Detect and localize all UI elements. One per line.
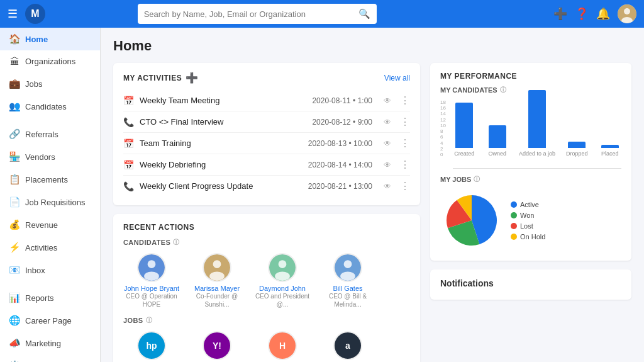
activity-name[interactable]: Weekly Client Progress Update — [140, 181, 302, 191]
search-input[interactable] — [144, 9, 358, 19]
add-icon[interactable]: ➕ — [553, 7, 567, 21]
activities-card: MY ACTIVITIES ➕ View all 📅 Weekly Team M… — [113, 63, 420, 205]
performance-title: MY PERFORMANCE — [440, 72, 621, 81]
sidebar-item-placements[interactable]: 📋 Placements — [0, 168, 100, 191]
eye-icon[interactable]: 👁 — [384, 182, 391, 191]
bar — [568, 142, 586, 148]
candidate-item[interactable]: John Hope Bryant CEO @ Operation HOPE — [123, 253, 180, 308]
y-axis-label: 0 — [440, 152, 446, 157]
view-all-link[interactable]: View all — [384, 74, 410, 82]
activity-type-icon: 📞 — [123, 117, 133, 127]
more-options-icon[interactable]: ⋮ — [400, 137, 410, 149]
candidates-info-icon: ⓘ — [173, 238, 179, 247]
sidebar-label-inbox: Inbox — [25, 266, 45, 275]
activity-name[interactable]: CTO <> Final Interview — [140, 117, 306, 127]
sidebar-item-vendors[interactable]: 🏪 Vendors — [0, 145, 100, 168]
eye-icon[interactable]: 👁 — [384, 161, 391, 169]
more-options-icon[interactable]: ⋮ — [400, 94, 410, 106]
sidebar-item-reports[interactable]: 📊 Reports — [0, 286, 100, 309]
eye-icon[interactable]: 👁 — [384, 118, 391, 127]
bar-group: Dropped — [565, 142, 588, 157]
svg-point-14 — [340, 271, 355, 281]
jobs-info-icon: ⓘ — [146, 316, 152, 325]
activity-name[interactable]: Weekly Team Meeting — [140, 96, 306, 105]
sidebar-item-home[interactable]: 🏠 Home — [0, 28, 100, 50]
activity-type-icon: 📅 — [123, 139, 133, 149]
sidebar-item-settings[interactable]: ⚙️ Settings — [0, 354, 100, 362]
legend-dot — [511, 234, 517, 240]
jobs-subsection: JOBS ⓘ — [123, 316, 410, 325]
svg-point-13 — [344, 260, 352, 268]
activity-name[interactable]: Team Training — [140, 139, 302, 148]
activities-icon: ⚡ — [9, 242, 20, 253]
sidebar-item-jobs[interactable]: 💼 Jobs — [0, 72, 100, 95]
candidates-subsection: CANDIDATES ⓘ — [123, 238, 410, 247]
bar-label: Added to a job — [519, 150, 555, 157]
sidebar-item-career-page[interactable]: 🌐 Career Page — [0, 309, 100, 332]
job-logo: hp — [137, 331, 166, 360]
y-axis-label: 8 — [440, 128, 446, 134]
candidate-avatar — [203, 253, 231, 282]
activity-date: 2020-08-13 • 10:00 — [308, 139, 372, 148]
more-options-icon[interactable]: ⋮ — [400, 180, 410, 192]
activities-title: MY ACTIVITIES ➕ — [123, 72, 199, 84]
activity-list: 📅 Weekly Team Meeting 2020-08-11 • 1:00 … — [123, 90, 410, 196]
y-axis-label: 4 — [440, 140, 446, 146]
sidebar-label-placements: Placements — [25, 175, 68, 184]
activity-row: 📅 Team Training 2020-08-13 • 10:00 👁 ⋮ — [123, 133, 410, 154]
eye-icon[interactable]: 👁 — [384, 139, 391, 148]
inbox-icon: 📧 — [9, 264, 20, 276]
activity-name[interactable]: Weekly Debriefing — [140, 160, 302, 169]
sidebar-label-referrals: Referrals — [25, 130, 58, 139]
sidebar-item-candidates[interactable]: 👥 Candidates — [0, 95, 100, 118]
sidebar-item-job-requisitions[interactable]: 📄 Job Requisitions — [0, 191, 100, 213]
sidebar-label-vendors: Vendors — [25, 152, 55, 162]
candidate-sub: CEO and President @... — [254, 292, 311, 308]
legend-item: Won — [511, 212, 545, 219]
notifications-card: Notifications — [430, 269, 631, 300]
referrals-icon: 🔗 — [9, 128, 20, 140]
more-options-icon[interactable]: ⋮ — [400, 116, 410, 128]
job-item[interactable]: H Chief Executive O... Hubspot — [254, 331, 311, 362]
job-item[interactable]: a Animator Amazon — [319, 331, 376, 362]
activity-type-icon: 📅 — [123, 160, 133, 170]
sidebar-label-candidates: Candidates — [25, 102, 67, 111]
bar — [528, 90, 546, 148]
activity-date: 2020-08-12 • 9:00 — [312, 118, 372, 127]
sidebar-item-marketing[interactable]: 📣 Marketing — [0, 332, 100, 354]
bar-group: Added to a job — [519, 90, 555, 157]
more-options-icon[interactable]: ⋮ — [400, 159, 410, 171]
career-icon: 🌐 — [9, 315, 20, 326]
activity-row: 📞 CTO <> Final Interview 2020-08-12 • 9:… — [123, 111, 410, 133]
my-jobs-label: MY JOBS ⓘ — [440, 175, 621, 184]
sidebar-item-referrals[interactable]: 🔗 Referrals — [0, 123, 100, 145]
sidebar-item-inbox[interactable]: 📧 Inbox — [0, 259, 100, 281]
hamburger-icon[interactable]: ☰ — [8, 7, 18, 21]
bell-icon[interactable]: 🔔 — [596, 7, 610, 21]
search-icon: 🔍 — [358, 8, 370, 20]
candidate-item[interactable]: Bill Gates CEO @ Bill & Melinda... — [319, 253, 376, 308]
sidebar-item-activities[interactable]: ⚡ Activities — [0, 236, 100, 259]
candidate-avatar — [137, 253, 166, 282]
activity-row: 📅 Weekly Debriefing 2020-08-14 • 14:00 👁… — [123, 154, 410, 176]
job-item[interactable]: Y! Computer System... Yahoo — [189, 331, 245, 362]
sidebar-item-organizations[interactable]: 🏛 Organizations — [0, 50, 100, 72]
candidate-sub: Co-Founder @ Sunshi... — [189, 292, 245, 308]
y-axis-label: 16 — [440, 105, 446, 111]
jobs-row: hp Digital Marketing ... Hewlett-Packard… — [123, 331, 410, 362]
right-panel: MY PERFORMANCE MY CANDIDATES ⓘ 181614121… — [430, 63, 631, 362]
candidate-item[interactable]: Marissa Mayer Co-Founder @ Sunshi... — [189, 253, 245, 308]
candidate-item[interactable]: Daymond John CEO and President @... — [254, 253, 311, 308]
candidates-icon: 👥 — [9, 101, 20, 112]
legend-label: Lost — [520, 222, 533, 230]
job-item[interactable]: hp Digital Marketing ... Hewlett-Packard — [123, 331, 180, 362]
content-grid: MY ACTIVITIES ➕ View all 📅 Weekly Team M… — [113, 63, 631, 362]
help-icon[interactable]: ❓ — [575, 7, 589, 21]
pie-container: Active Won Lost On Hold — [440, 189, 621, 252]
add-activity-button[interactable]: ➕ — [186, 72, 199, 84]
avatar[interactable] — [618, 4, 636, 23]
sidebar-item-revenue[interactable]: 💰 Revenue — [0, 213, 100, 236]
revenue-icon: 💰 — [9, 219, 20, 230]
sidebar-label-career: Career Page — [25, 316, 72, 325]
eye-icon[interactable]: 👁 — [384, 96, 391, 105]
